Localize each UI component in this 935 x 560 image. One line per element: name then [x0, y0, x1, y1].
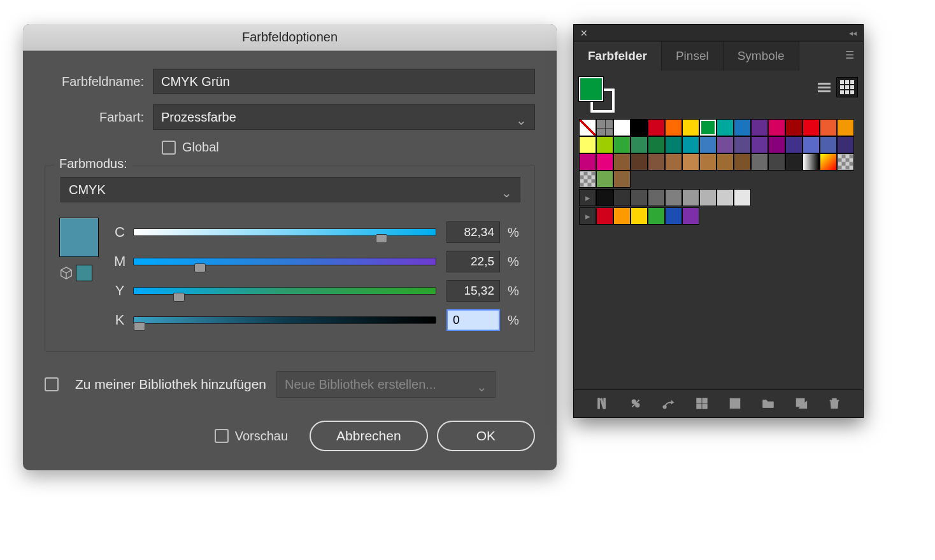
swatch[interactable]	[596, 207, 613, 225]
swatch[interactable]	[820, 119, 837, 136]
color-group-folder-icon[interactable]: ▸	[579, 189, 596, 206]
swatch[interactable]	[768, 136, 785, 153]
swatch[interactable]	[785, 153, 803, 171]
swatch[interactable]	[751, 153, 768, 171]
swatch[interactable]	[751, 136, 768, 153]
close-icon[interactable]: ✕	[580, 28, 588, 38]
swatch[interactable]	[717, 136, 734, 153]
show-kinds-icon[interactable]	[628, 396, 643, 411]
swatch[interactable]	[682, 153, 699, 171]
swatch[interactable]	[613, 136, 631, 153]
alt-preview-swatch[interactable]	[76, 265, 92, 281]
swatch[interactable]	[648, 119, 665, 136]
swatch-pattern[interactable]	[579, 171, 596, 188]
swatch[interactable]	[803, 119, 820, 136]
swatch-none[interactable]	[579, 119, 596, 136]
swatch-registration[interactable]	[596, 119, 613, 136]
swatch[interactable]	[699, 119, 717, 136]
panel-menu-icon[interactable]: ☰	[836, 41, 863, 71]
yellow-value-input[interactable]: 15,32	[446, 280, 500, 302]
swatch[interactable]	[631, 189, 648, 206]
swatch[interactable]	[596, 171, 613, 188]
swatch[interactable]	[665, 153, 682, 171]
panel-top-bar[interactable]: ✕ ◂◂	[574, 25, 863, 41]
swatch[interactable]	[579, 136, 596, 153]
swatch-gradient[interactable]	[803, 153, 820, 171]
swatch[interactable]	[613, 153, 631, 171]
color-type-select[interactable]: Prozessfarbe ⌄	[153, 104, 535, 130]
tab-swatches[interactable]: Farbfelder	[574, 41, 662, 71]
swatch[interactable]	[751, 119, 768, 136]
cyan-value-input[interactable]: 82,34	[446, 221, 500, 243]
swatch[interactable]	[665, 136, 682, 153]
swatch[interactable]	[596, 153, 613, 171]
grid-view-button[interactable]	[836, 77, 858, 97]
swatch[interactable]	[717, 189, 734, 206]
swatch-gradient[interactable]	[820, 153, 837, 171]
swatch[interactable]	[648, 153, 665, 171]
swatch-options-icon[interactable]	[661, 396, 676, 411]
swatch[interactable]	[579, 153, 596, 171]
swatch[interactable]	[768, 119, 785, 136]
swatch[interactable]	[665, 119, 682, 136]
fill-stroke-indicator[interactable]	[579, 77, 616, 114]
color-mode-select[interactable]: CMYK ⌄	[61, 177, 520, 202]
swatch[interactable]	[734, 153, 751, 171]
cancel-button[interactable]: Abbrechen	[310, 421, 428, 451]
swatch[interactable]	[699, 153, 717, 171]
swatch[interactable]	[785, 119, 803, 136]
swatch-name-input[interactable]	[153, 69, 535, 94]
swatch[interactable]	[648, 207, 665, 225]
preview-checkbox[interactable]	[215, 429, 229, 443]
swatch[interactable]	[682, 136, 699, 153]
swatch[interactable]	[837, 136, 854, 153]
add-to-library-checkbox[interactable]	[45, 377, 59, 391]
swatch-libraries-icon[interactable]	[595, 396, 610, 411]
new-swatch-icon[interactable]	[794, 396, 809, 411]
swatch[interactable]	[631, 119, 648, 136]
swatch[interactable]	[699, 189, 717, 206]
cyan-slider[interactable]	[133, 228, 436, 236]
swatch[interactable]	[837, 119, 854, 136]
list-view-button[interactable]	[813, 77, 835, 97]
color-group-folder-icon[interactable]: ▸	[579, 207, 596, 225]
swatch[interactable]	[631, 136, 648, 153]
yellow-slider[interactable]	[133, 287, 436, 295]
black-value-input[interactable]: 0	[446, 309, 500, 331]
swatch[interactable]	[682, 207, 699, 225]
swatch[interactable]	[665, 207, 682, 225]
edit-swatch-icon[interactable]	[727, 396, 743, 411]
swatch[interactable]	[613, 171, 631, 188]
swatch[interactable]	[596, 136, 613, 153]
collapse-icon[interactable]: ◂◂	[849, 29, 857, 38]
swatch[interactable]	[631, 207, 648, 225]
swatch[interactable]	[803, 136, 820, 153]
swatch[interactable]	[734, 136, 751, 153]
swatch[interactable]	[785, 136, 803, 153]
magenta-slider[interactable]	[133, 258, 436, 265]
fill-swatch[interactable]	[579, 77, 603, 101]
swatch[interactable]	[613, 207, 631, 225]
folder-icon[interactable]	[760, 396, 776, 411]
cube-icon[interactable]	[59, 266, 73, 280]
swatch[interactable]	[734, 119, 751, 136]
swatch[interactable]	[665, 189, 682, 206]
swatch[interactable]	[613, 189, 631, 206]
magenta-value-input[interactable]: 22,5	[446, 251, 500, 272]
swatch[interactable]	[682, 119, 699, 136]
swatch[interactable]	[717, 119, 734, 136]
tab-symbols[interactable]: Symbole	[724, 41, 799, 71]
swatch[interactable]	[631, 153, 648, 171]
ok-button[interactable]: OK	[437, 421, 535, 451]
black-slider[interactable]	[133, 316, 436, 324]
library-select[interactable]: Neue Bibliothek erstellen... ⌄	[276, 371, 496, 398]
swatch[interactable]	[596, 189, 613, 206]
new-color-group-icon[interactable]	[694, 396, 710, 411]
swatch[interactable]	[648, 189, 665, 206]
swatch[interactable]	[768, 153, 785, 171]
swatch[interactable]	[682, 189, 699, 206]
swatch[interactable]	[820, 136, 837, 153]
swatch[interactable]	[717, 153, 734, 171]
trash-icon[interactable]	[827, 396, 842, 411]
tab-brushes[interactable]: Pinsel	[662, 41, 724, 71]
